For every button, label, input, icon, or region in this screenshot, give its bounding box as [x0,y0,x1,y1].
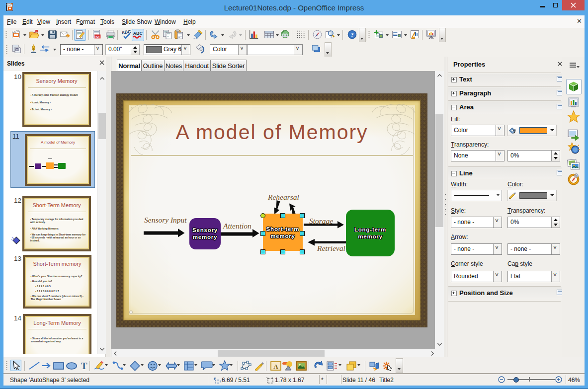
svg-text:ABC: ABC [133,31,143,36]
svg-text:?: ? [350,31,353,38]
svg-text:T: T [81,361,87,371]
svg-text:N: N [575,174,578,177]
svg-text:ABC: ABC [121,29,132,35]
svg-text:A: A [273,363,278,370]
svg-text:PDF: PDF [95,35,101,38]
